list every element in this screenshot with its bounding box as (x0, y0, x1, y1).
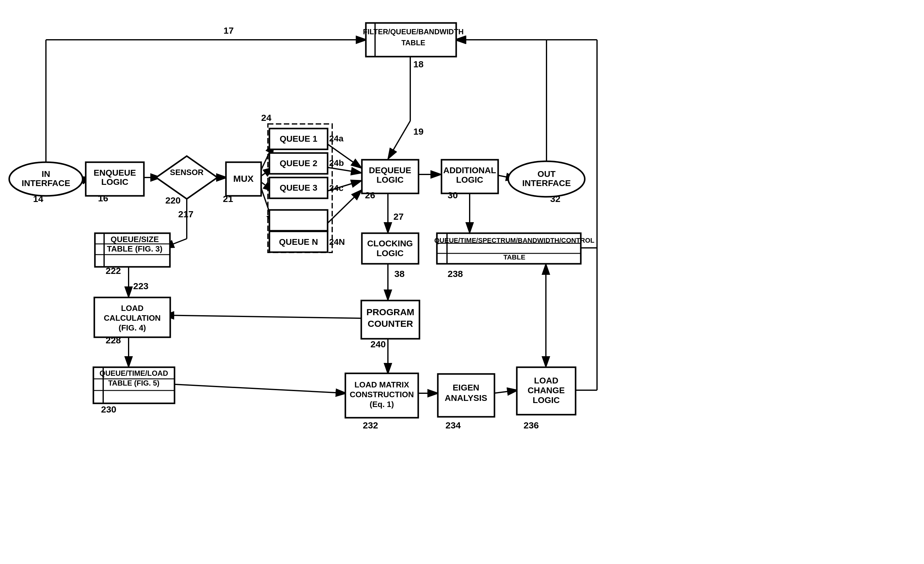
load-calculation-node: LOAD CALCULATION (FIG. 4) (94, 298, 170, 337)
queue3-node: QUEUE 3 (269, 178, 328, 198)
svg-text:ANALYSIS: ANALYSIS (444, 393, 487, 403)
svg-text:INTERFACE: INTERFACE (522, 178, 571, 188)
svg-text:COUNTER: COUNTER (368, 319, 413, 329)
additional-logic-node: ADDITIONAL LOGIC (441, 160, 498, 193)
label-24c: 24c (329, 183, 344, 193)
diagram: IN INTERFACE ENQUEUE LOGIC SENSOR MUX QU… (0, 0, 924, 564)
queue1-node: QUEUE 1 (269, 129, 328, 150)
label-223: 223 (133, 281, 148, 291)
label-17: 17 (224, 25, 234, 36)
label-24N: 24N (329, 237, 345, 247)
svg-text:QUEUE/TIME/SPECTRUM/BANDWIDTH/: QUEUE/TIME/SPECTRUM/BANDWIDTH/CONTROL (434, 236, 594, 244)
label-236: 236 (524, 420, 539, 430)
dequeue-logic-node: DEQUEUE LOGIC (362, 160, 418, 193)
svg-text:CLOCKING: CLOCKING (367, 239, 413, 248)
svg-text:CALCULATION: CALCULATION (104, 313, 161, 323)
label-24: 24 (261, 113, 272, 123)
out-interface-node: OUT INTERFACE (508, 161, 585, 197)
label-230: 230 (101, 404, 116, 414)
svg-text:OUT: OUT (537, 169, 555, 179)
label-220: 220 (165, 195, 181, 205)
queue-time-spectrum-node: QUEUE/TIME/SPECTRUM/BANDWIDTH/CONTROL TA… (434, 233, 594, 264)
svg-text:TABLE: TABLE (503, 253, 525, 261)
svg-text:QUEUE 2: QUEUE 2 (280, 159, 318, 168)
svg-text:TABLE (FIG. 3): TABLE (FIG. 3) (107, 244, 163, 253)
svg-text:LOAD: LOAD (121, 304, 144, 313)
svg-text:QUEUE 3: QUEUE 3 (280, 183, 318, 193)
svg-text:IN: IN (42, 169, 50, 179)
queue2-node: QUEUE 2 (269, 153, 328, 174)
svg-text:FILTER/QUEUE/BANDWIDTH: FILTER/QUEUE/BANDWIDTH (363, 27, 464, 36)
label-16: 16 (98, 193, 108, 203)
label-217: 217 (178, 209, 194, 219)
svg-text:(FIG. 4): (FIG. 4) (118, 323, 146, 332)
svg-text:INTERFACE: INTERFACE (22, 178, 70, 188)
filter-table-node: FILTER/QUEUE/BANDWIDTH TABLE (363, 23, 464, 57)
label-238: 238 (448, 269, 463, 279)
label-30: 30 (448, 190, 458, 200)
label-27: 27 (393, 211, 404, 221)
svg-text:LOAD: LOAD (534, 376, 558, 385)
svg-text:QUEUE/SIZE: QUEUE/SIZE (111, 235, 159, 244)
label-38: 38 (394, 269, 405, 279)
queue-time-load-node: QUEUE/TIME/LOAD TABLE (FIG. 5) (93, 367, 174, 403)
svg-text:SENSOR: SENSOR (170, 168, 204, 177)
svg-text:LOGIC: LOGIC (376, 248, 404, 258)
label-32: 32 (550, 194, 560, 204)
svg-text:LOGIC: LOGIC (376, 175, 404, 184)
svg-text:CHANGE: CHANGE (528, 386, 565, 395)
svg-rect-56 (269, 210, 328, 231)
svg-text:LOGIC: LOGIC (533, 395, 560, 405)
queueN-node: QUEUE N (269, 231, 328, 252)
clocking-logic-node: CLOCKING LOGIC (362, 233, 418, 264)
mux-node: MUX (226, 162, 261, 196)
in-interface-node: IN INTERFACE (9, 162, 82, 196)
label-18: 18 (413, 59, 423, 69)
load-matrix-node: LOAD MATRIX CONSTRUCTION (Eq. 1) (345, 373, 418, 418)
svg-text:LOGIC: LOGIC (101, 177, 129, 187)
queueN-blank-node (269, 210, 328, 231)
load-change-logic-node: LOAD CHANGE LOGIC (517, 367, 576, 414)
svg-text:QUEUE/TIME/LOAD: QUEUE/TIME/LOAD (99, 369, 168, 377)
svg-text:TABLE: TABLE (401, 39, 425, 47)
label-21: 21 (223, 194, 233, 204)
svg-text:EIGEN: EIGEN (453, 383, 479, 392)
svg-text:LOAD MATRIX: LOAD MATRIX (354, 380, 410, 389)
label-240: 240 (370, 339, 386, 349)
svg-text:LOGIC: LOGIC (456, 175, 483, 184)
label-14: 14 (33, 194, 44, 204)
svg-text:ENQUEUE: ENQUEUE (94, 168, 136, 178)
label-234: 234 (446, 420, 461, 430)
label-232: 232 (363, 420, 378, 430)
svg-text:QUEUE 1: QUEUE 1 (280, 134, 318, 144)
eigen-analysis-node: EIGEN ANALYSIS (438, 374, 495, 417)
program-counter-node: PROGRAM COUNTER (361, 301, 420, 339)
label-26: 26 (365, 190, 375, 200)
svg-text:MUX: MUX (233, 174, 254, 184)
svg-text:QUEUE N: QUEUE N (279, 237, 318, 247)
label-19: 19 (413, 126, 423, 136)
enqueue-logic-node: ENQUEUE LOGIC (86, 162, 144, 196)
svg-text:TABLE (FIG. 5): TABLE (FIG. 5) (108, 379, 159, 387)
svg-text:DEQUEUE: DEQUEUE (369, 166, 411, 175)
svg-text:(Eq. 1): (Eq. 1) (369, 399, 394, 409)
label-24a: 24a (329, 134, 344, 143)
label-24b: 24b (329, 158, 344, 168)
svg-text:PROGRAM: PROGRAM (366, 307, 414, 317)
queue-size-table-node: QUEUE/SIZE TABLE (FIG. 3) (95, 233, 170, 267)
label-228: 228 (106, 335, 121, 345)
svg-text:ADDITIONAL: ADDITIONAL (443, 166, 496, 175)
svg-text:CONSTRUCTION: CONSTRUCTION (350, 390, 414, 399)
label-222: 222 (106, 266, 121, 276)
